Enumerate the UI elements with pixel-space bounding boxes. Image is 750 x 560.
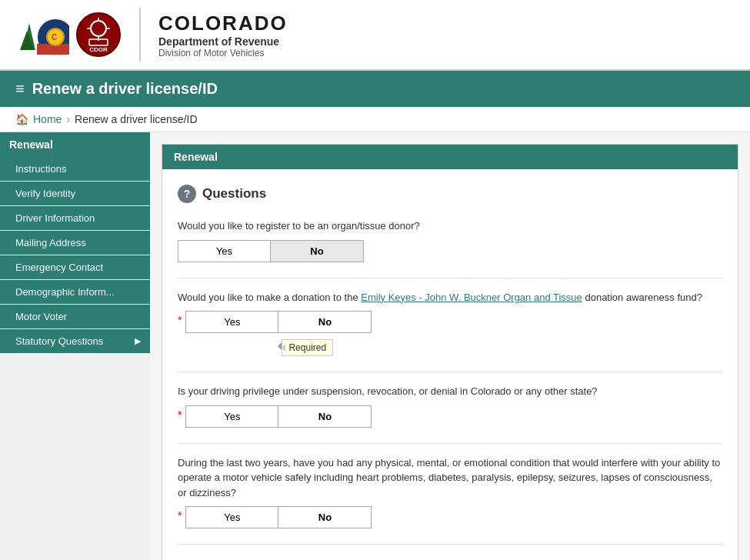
questions-heading: Questions [202, 186, 266, 202]
q2-required-star: * [178, 314, 182, 326]
question-block-q5: Upon issuance of a Colorado driver licen… [178, 556, 722, 560]
breadcrumb-home[interactable]: Home [33, 113, 62, 125]
required-tooltip: Required [282, 339, 333, 356]
sidebar-item-demographic[interactable]: Demographic Inform... [0, 280, 150, 304]
sidebar-header: Renewal [0, 132, 150, 157]
q2-no-button[interactable]: No [278, 312, 371, 332]
q4-required-star: * [178, 509, 182, 522]
header-divider [139, 8, 141, 62]
sidebar-item-driver-information[interactable]: Driver Information [0, 206, 150, 230]
btn-group-q3: Yes No [185, 405, 372, 428]
q4-no-button[interactable]: No [278, 507, 371, 528]
btn-group-q2: Yes No [185, 311, 372, 333]
question-text-q2: Would you like to make a donation to the… [178, 290, 722, 305]
sidebar: Renewal Instructions Verify Identity Dri… [0, 132, 150, 560]
org-text: COLORADO Department of Revenue Division … [158, 12, 288, 58]
state-name: COLORADO [158, 12, 288, 35]
q1-yes-button[interactable]: Yes [178, 241, 271, 262]
breadcrumb-current: Renew a driver license/ID [75, 113, 198, 125]
sidebar-item-verify-identity[interactable]: Verify Identity [0, 182, 150, 205]
content-card: Renewal ? Questions Would you like to re… [162, 144, 738, 560]
q2-yes-button[interactable]: Yes [186, 312, 278, 332]
q2-required-row: * Yes No Required [178, 311, 722, 356]
cdor-logo: CDOR [75, 12, 122, 58]
sidebar-item-mailing-address[interactable]: Mailing Address [0, 231, 150, 255]
question-text-q4: During the last two years, have you had … [178, 455, 722, 501]
breadcrumb: 🏠 Home › Renew a driver license/ID [0, 107, 750, 132]
divider-3 [178, 443, 722, 444]
header: C CDOR COLORADO Department of Revenue Di… [0, 0, 750, 71]
question-text-q3: Is your driving privilege under suspensi… [178, 384, 722, 399]
question-block-q3: Is your driving privilege under suspensi… [178, 384, 722, 428]
q3-no-button[interactable]: No [278, 406, 371, 427]
svg-text:C: C [52, 33, 57, 42]
q3-required-star: * [178, 408, 182, 421]
question-text-q1: Would you like to register to be an orga… [178, 218, 722, 234]
content-area: Renewal ? Questions Would you like to re… [150, 132, 750, 560]
home-icon: 🏠 [15, 113, 28, 125]
sidebar-item-statutory-questions[interactable]: Statutory Questions [0, 329, 150, 353]
q1-no-button[interactable]: No [271, 241, 363, 262]
divider-4 [178, 544, 722, 545]
emily-keyes-link[interactable]: Emily Keyes - John W. Buckner Organ and … [361, 292, 582, 303]
page-title: Renew a driver license/ID [32, 80, 218, 98]
colorado-flag-logo: C [15, 8, 69, 62]
q3-yes-button[interactable]: Yes [186, 406, 278, 427]
btn-group-q1: Yes No [178, 240, 364, 262]
q4-yes-button[interactable]: Yes [186, 507, 278, 528]
sidebar-item-emergency-contact[interactable]: Emergency Contact [0, 255, 150, 279]
division-name: Division of Motor Vehicles [158, 48, 288, 58]
title-bar: ≡ Renew a driver license/ID [0, 71, 750, 107]
questions-title-row: ? Questions [178, 185, 722, 203]
sidebar-item-motor-voter[interactable]: Motor Voter [0, 305, 150, 328]
content-card-header: Renewal [162, 145, 738, 169]
sidebar-item-instructions[interactable]: Instructions [0, 157, 150, 181]
question-block-q4: During the last two years, have you had … [178, 455, 722, 529]
question-block-q2: Would you like to make a donation to the… [178, 290, 722, 357]
question-text-q5: Upon issuance of a Colorado driver licen… [178, 556, 722, 560]
q3-required-row: * Yes No [178, 405, 722, 428]
divider-1 [178, 278, 722, 278]
hamburger-menu[interactable]: ≡ [15, 80, 25, 98]
divider-2 [178, 372, 722, 372]
btn-group-q4: Yes No [185, 506, 372, 528]
question-icon: ? [178, 185, 196, 203]
question-block-q1: Would you like to register to be an orga… [178, 218, 722, 262]
breadcrumb-separator: › [66, 113, 70, 125]
main-layout: Renewal Instructions Verify Identity Dri… [0, 132, 750, 560]
dept-name: Department of Revenue [158, 35, 288, 48]
svg-text:CDOR: CDOR [89, 46, 108, 53]
logo-area: C CDOR COLORADO Department of Revenue Di… [15, 8, 288, 62]
q4-required-row: * Yes No [178, 506, 722, 528]
content-body: ? Questions Would you like to register t… [162, 169, 738, 560]
